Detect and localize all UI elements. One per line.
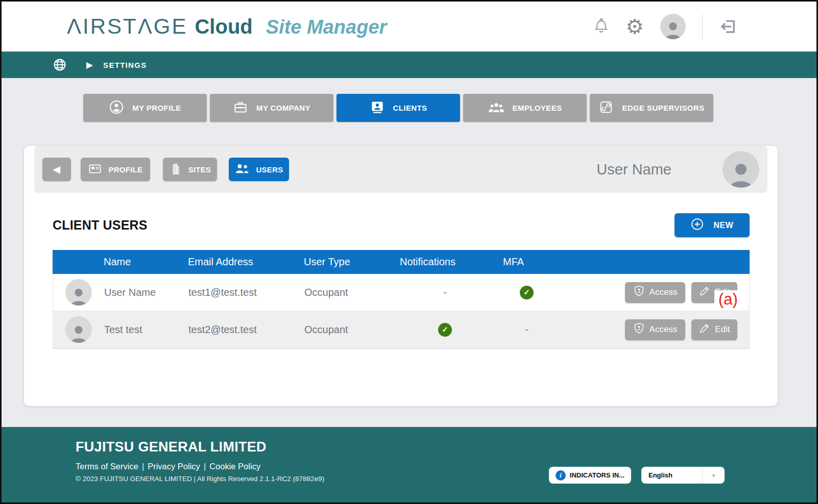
shield-person-icon bbox=[633, 322, 645, 337]
access-button[interactable]: Access bbox=[625, 282, 685, 303]
tab-label: MY PROFILE bbox=[132, 104, 181, 112]
client-identity: User Name bbox=[596, 151, 759, 188]
link-separator: | bbox=[142, 462, 144, 471]
new-user-button[interactable]: NEW bbox=[675, 213, 750, 237]
logo-product: Site Manager bbox=[266, 16, 387, 38]
cell-user-type: Occupant bbox=[304, 287, 400, 298]
link-separator: | bbox=[204, 462, 206, 471]
cell-name: User Name bbox=[104, 287, 188, 298]
logo-cloud: Cloud bbox=[195, 15, 252, 38]
edit-button[interactable]: Edit bbox=[691, 319, 737, 340]
breadcrumb-arrow-icon: ▶ bbox=[86, 60, 93, 70]
id-badge-icon bbox=[370, 99, 385, 116]
tab-my-profile[interactable]: MY PROFILE bbox=[83, 94, 207, 122]
table-row: User Name test1@test.test Occupant - ✓ bbox=[53, 274, 749, 311]
subnav-users-button[interactable]: USERS bbox=[229, 158, 289, 181]
content-header: CLIENT USERS NEW bbox=[24, 193, 778, 237]
cell-actions: Access Edit bbox=[564, 319, 749, 340]
client-users-table: Name Email Address User Type Notificatio… bbox=[53, 250, 750, 349]
tab-label: EDGE SUPERVISORS bbox=[622, 104, 704, 112]
my-profile-icon bbox=[109, 99, 124, 116]
shield-person-icon bbox=[633, 285, 645, 300]
pencil-icon bbox=[699, 322, 710, 337]
tab-my-company[interactable]: MY COMPANY bbox=[210, 94, 333, 122]
page-title: CLIENT USERS bbox=[53, 218, 148, 233]
row-avatar-cell bbox=[53, 316, 104, 343]
settings-tabs: MY PROFILE MY COMPANY bbox=[2, 78, 816, 122]
client-avatar bbox=[723, 151, 759, 188]
new-button-label: NEW bbox=[713, 221, 733, 230]
logo-airstage: ΛIRSTΛGE bbox=[67, 14, 187, 39]
gear-icon[interactable]: ⚙ bbox=[625, 16, 644, 37]
footer-company-name: FUJITSU GENERAL LIMITED bbox=[76, 439, 816, 455]
indicators-info-button[interactable]: i INDICATORS IN... bbox=[549, 467, 631, 484]
people-group-icon bbox=[488, 101, 504, 115]
briefcase-icon bbox=[233, 99, 248, 116]
tab-label: EMPLOYEES bbox=[513, 104, 562, 112]
back-button[interactable]: ◀ bbox=[42, 158, 71, 181]
subnav-label: PROFILE bbox=[108, 165, 142, 174]
breadcrumb: SETTINGS bbox=[103, 61, 147, 69]
tab-employees[interactable]: EMPLOYEES bbox=[463, 94, 587, 122]
building-icon bbox=[169, 162, 182, 177]
cookie-policy-link[interactable]: Cookie Policy bbox=[209, 462, 260, 471]
notifications-check-icon: ✓ bbox=[438, 323, 452, 337]
bell-icon[interactable] bbox=[593, 18, 609, 35]
language-selected-value: English bbox=[641, 471, 702, 479]
plus-circle-icon bbox=[690, 217, 704, 233]
column-header-user-type: User Type bbox=[304, 256, 400, 268]
user-avatar[interactable] bbox=[660, 14, 686, 39]
cell-mfa: - bbox=[490, 324, 564, 336]
app-logo: ΛIRSTΛGE Cloud Site Manager bbox=[67, 14, 387, 39]
cell-email: test2@test.test bbox=[188, 324, 304, 336]
tab-edge-supervisors[interactable]: EDGE SUPERVISORS bbox=[590, 94, 713, 122]
logout-icon[interactable] bbox=[719, 17, 737, 36]
access-button[interactable]: Access bbox=[625, 319, 685, 340]
clients-panel: ◀ PROFILE bbox=[24, 146, 778, 406]
cell-mfa: ✓ bbox=[490, 286, 564, 299]
row-avatar bbox=[65, 316, 92, 343]
table-row: Test test test2@test.test Occupant ✓ - bbox=[53, 311, 749, 348]
client-subnav: ◀ PROFILE bbox=[34, 146, 767, 193]
pencil-icon bbox=[699, 285, 710, 299]
table-header-row: Name Email Address User Type Notificatio… bbox=[53, 250, 750, 274]
mfa-check-icon: ✓ bbox=[520, 286, 534, 299]
tab-label: CLIENTS bbox=[393, 104, 427, 112]
edit-button-label: Edit bbox=[715, 324, 730, 335]
row-avatar bbox=[65, 279, 92, 306]
cell-email: test1@test.test bbox=[188, 287, 304, 298]
header-divider bbox=[702, 14, 703, 39]
id-card-icon bbox=[88, 162, 102, 178]
link-square-icon bbox=[598, 99, 614, 116]
access-button-label: Access bbox=[649, 324, 678, 335]
column-header-email: Email Address bbox=[188, 256, 304, 268]
language-select[interactable]: English ▼ bbox=[641, 467, 725, 484]
access-button-label: Access bbox=[649, 287, 678, 297]
tab-label: MY COMPANY bbox=[256, 104, 310, 112]
subnav-sites-button[interactable]: SITES bbox=[163, 158, 217, 181]
back-arrow-icon: ◀ bbox=[53, 164, 60, 175]
cell-user-type: Occupant bbox=[304, 324, 400, 336]
footer-actions: i INDICATORS IN... English ▼ bbox=[549, 467, 725, 484]
app-window: ΛIRSTΛGE Cloud Site Manager ⚙ bbox=[0, 0, 818, 504]
row-avatar-cell bbox=[53, 279, 104, 306]
cell-notifications: ✓ bbox=[400, 323, 490, 337]
terms-of-service-link[interactable]: Terms of Service bbox=[76, 462, 138, 471]
chevron-down-icon: ▼ bbox=[702, 467, 725, 484]
column-header-notifications: Notifications bbox=[400, 256, 489, 268]
client-name: User Name bbox=[596, 161, 671, 178]
subnav-label: USERS bbox=[256, 165, 283, 174]
top-header: ΛIRSTΛGE Cloud Site Manager ⚙ bbox=[2, 2, 816, 52]
header-icons: ⚙ bbox=[593, 14, 737, 39]
subnav-profile-button[interactable]: PROFILE bbox=[81, 158, 150, 181]
indicators-button-label: INDICATORS IN... bbox=[570, 471, 624, 479]
column-header-mfa: MFA bbox=[489, 256, 563, 268]
info-icon: i bbox=[556, 470, 566, 481]
globe-icon[interactable] bbox=[53, 58, 67, 72]
subnav-label: SITES bbox=[188, 165, 211, 174]
footer: FUJITSU GENERAL LIMITED Terms of Service… bbox=[2, 427, 816, 503]
privacy-policy-link[interactable]: Privacy Policy bbox=[148, 462, 200, 471]
cell-name: Test test bbox=[104, 324, 188, 336]
cell-notifications: - bbox=[400, 287, 490, 298]
tab-clients[interactable]: CLIENTS bbox=[336, 94, 460, 122]
